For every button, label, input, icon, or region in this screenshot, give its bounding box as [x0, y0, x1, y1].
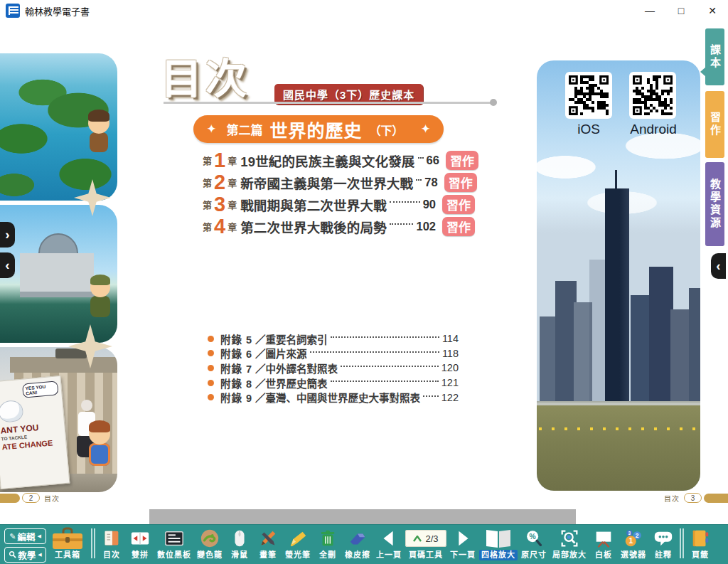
region-zoom-icon	[559, 527, 580, 550]
bullet-icon	[208, 394, 214, 400]
cartoon-soldier-character	[85, 277, 115, 317]
panel-collapse-right-button[interactable]: ‹	[711, 253, 726, 279]
chapter-row[interactable]: 第3章戰間期與第二次世界大戰90習作	[203, 193, 475, 216]
toolbar-button-group: 目次雙拼數位黑板變色龍滑鼠畫筆螢光筆全刪橡皮擦上一頁2/3頁碼工具下一頁四格放大…	[97, 527, 678, 560]
page-number-pill-right[interactable]: 3	[684, 493, 702, 503]
page-number-tool: 2/3	[405, 527, 446, 550]
page-title: 目次	[161, 46, 250, 105]
toolbar-button-next-page[interactable]: 下一頁	[447, 527, 478, 560]
chapter-row[interactable]: 第4章第二次世界大戰後的局勢102習作	[203, 216, 475, 238]
number-picker-icon: 321	[623, 527, 644, 550]
toolbar-button-page-tabs[interactable]: 頁籤	[686, 527, 714, 560]
dotted-leader	[390, 223, 414, 225]
toc-icon	[101, 527, 122, 550]
divider-line	[164, 102, 491, 104]
toolbar-button-mouse[interactable]: 滑鼠	[225, 527, 254, 560]
chevron-right-icon: ›	[5, 227, 9, 243]
chapter-title: 戰間期與第二次世界大戰	[240, 196, 387, 214]
toolbar-label: 白板	[593, 550, 614, 560]
edit-mode-button[interactable]: ✎ 編輯 ◀	[4, 528, 46, 544]
toolbar-label: 下一頁	[448, 550, 478, 560]
qr-label-ios: iOS	[558, 122, 619, 137]
teach-mode-button[interactable]: 教學 ◀	[4, 547, 46, 563]
original-size-icon: %	[523, 527, 545, 550]
chapter-page-number: 90	[423, 198, 436, 211]
delete-all-icon	[317, 527, 338, 550]
toolbar-button-page-number[interactable]: 2/3頁碼工具	[405, 527, 447, 560]
side-tab-textbook[interactable]: 課本	[705, 28, 724, 85]
toolbar-button-eraser[interactable]: 橡皮擦	[342, 527, 373, 560]
close-button[interactable]: ✕	[697, 0, 728, 21]
toolbar-label: 頁籤	[690, 550, 711, 560]
toolbar-button-dual-page[interactable]: 雙拼	[126, 527, 154, 560]
appendix-label: 附錄 7	[220, 361, 252, 376]
workbook-button[interactable]: 習作	[444, 173, 477, 192]
cartoon-reporter-character	[84, 423, 115, 466]
toolbar-label: 雙拼	[129, 550, 151, 560]
dotted-leader	[310, 351, 439, 353]
appendix-title: ／中外譯名對照表	[255, 361, 338, 376]
toolbar-button-chameleon[interactable]: 變色龍	[194, 527, 225, 560]
appendix-row[interactable]: 附錄 5／重要名詞索引114	[208, 331, 459, 346]
appendix-label: 附錄 8	[220, 376, 252, 390]
chameleon-icon	[199, 527, 220, 550]
workbook-button[interactable]: 習作	[442, 195, 475, 214]
building	[589, 260, 606, 402]
bullet-icon	[208, 380, 214, 386]
section-part-label: 第二篇	[226, 120, 262, 138]
bottom-toolbar: ✎ 編輯 ◀ 教學 ◀ 工具箱 目次雙拼數位黑板變色龍滑鼠畫筆螢光筆全刪橡皮擦上…	[0, 524, 728, 564]
toolbox-button[interactable]: 工具箱	[48, 527, 87, 560]
minimize-button[interactable]: —	[634, 0, 665, 21]
side-tab-resources[interactable]: 教學資源	[705, 162, 724, 246]
photo-atomic-dome	[0, 205, 117, 343]
digital-blackboard-icon	[164, 527, 185, 550]
toolbar-label: 畫筆	[257, 550, 279, 560]
chapter-title: 第二次世界大戰後的局勢	[240, 218, 387, 236]
annotation-icon	[653, 527, 674, 550]
toolbar-button-number-picker[interactable]: 321選號器	[618, 527, 649, 560]
appendix-row[interactable]: 附錄 9／臺灣、中國與世界歷史大事對照表122	[208, 390, 459, 405]
chapter-prefix: 第	[203, 198, 212, 211]
building	[649, 267, 673, 402]
toolbar-button-quad-zoom[interactable]: 四格放大	[478, 527, 518, 560]
toolbar-button-delete-all[interactable]: 全刪	[314, 527, 342, 560]
chapter-suffix: 章	[228, 198, 237, 211]
toolbar-button-region-zoom[interactable]: 局部放大	[550, 527, 589, 560]
chapter-row[interactable]: 第1章19世紀的民族主義與文化發展66習作	[203, 149, 475, 171]
horizontal-scrollbar[interactable]	[149, 509, 576, 524]
qr-code-ios	[565, 72, 612, 119]
toolbar-label: 原尺寸	[519, 550, 549, 560]
workbook-button[interactable]: 習作	[446, 151, 478, 170]
toolbar-button-toc[interactable]: 目次	[97, 527, 126, 560]
toolbar-button-prev-page[interactable]: 上一頁	[373, 527, 405, 560]
polar-bear-illustration	[0, 400, 24, 423]
chapter-prefix: 第	[203, 220, 212, 233]
whiteboard-icon	[593, 527, 614, 550]
toolbar-button-digital-blackboard[interactable]: 數位黑板	[154, 527, 194, 560]
toolbar-label: 選號器	[619, 550, 648, 560]
toolbar-label: 橡皮擦	[343, 550, 373, 560]
appendix-row[interactable]: 附錄 8／世界歷史簡表121	[208, 376, 459, 390]
workbook-button[interactable]: 習作	[442, 217, 475, 236]
toolbar-button-whiteboard[interactable]: 白板	[589, 527, 618, 560]
toolbar-button-highlighter[interactable]: 螢光筆	[282, 527, 314, 560]
toolbar-button-original-size[interactable]: %原尺寸	[518, 527, 550, 560]
appendix-row[interactable]: 附錄 7／中外譯名對照表120	[208, 361, 459, 376]
skyscraper-tower	[605, 188, 629, 402]
page-number-pill-left[interactable]: 2	[22, 493, 40, 503]
chapter-suffix: 章	[228, 176, 237, 189]
bullet-icon	[208, 350, 214, 356]
chapter-row[interactable]: 第2章新帝國主義與第一次世界大戰78習作	[203, 171, 475, 193]
maximize-button[interactable]: □	[665, 0, 697, 21]
bullet-icon	[208, 365, 214, 371]
chapter-number: 4	[214, 216, 225, 237]
appendix-row[interactable]: 附錄 6／圖片來源118	[208, 346, 459, 361]
toolbar-button-annotation[interactable]: 註釋	[649, 527, 678, 560]
panel-collapse-left-button[interactable]: ‹	[0, 252, 15, 278]
side-tab-workbook[interactable]: 習作	[705, 91, 724, 158]
chapter-number: 1	[214, 150, 225, 171]
toolbar-divider	[679, 528, 685, 558]
panel-expand-right-button[interactable]: ›	[0, 222, 15, 248]
toolbar-button-paint-pen[interactable]: 畫筆	[254, 527, 282, 560]
chapter-title: 19世紀的民族主義與文化發展	[240, 151, 414, 170]
